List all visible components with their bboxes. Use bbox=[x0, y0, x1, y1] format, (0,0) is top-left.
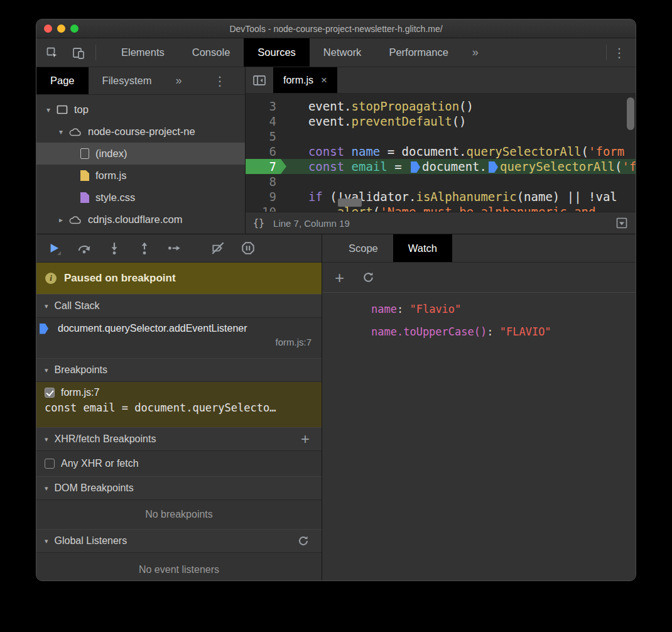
tab-scope[interactable]: Scope bbox=[333, 234, 393, 262]
navigator-more-tabs-button[interactable]: » bbox=[165, 67, 192, 94]
debugger-sidebar: i Paused on breakpoint ▾ Call Stack docu… bbox=[36, 234, 322, 580]
line-number-5[interactable]: 5 bbox=[246, 129, 286, 144]
tab-performance[interactable]: Performance bbox=[375, 38, 462, 67]
editor-pane: form.js × 3 event.stopPropagation()4 eve… bbox=[246, 67, 636, 234]
code-text[interactable]: alert('Name must be alphanumeric and bbox=[286, 204, 595, 212]
navigator-pane: Page Filesystem » ⋮ ▾ top ▾ bbox=[36, 67, 246, 234]
watch-expression[interactable]: name.toUpperCase(): "FLAVIO" bbox=[322, 320, 636, 343]
pretty-print-button[interactable]: {} bbox=[253, 217, 264, 229]
code-line: 10 alert('Name must be alphanumeric and bbox=[246, 204, 636, 212]
watch-pane: Scope Watch + name: "Flavio" name.toUppe… bbox=[322, 234, 636, 580]
source-options-button[interactable] bbox=[615, 217, 628, 229]
tree-item-domain[interactable]: ▾ node-course-project-ne bbox=[36, 121, 245, 143]
tree-item-cdnjs[interactable]: ▸ cdnjs.cloudflare.com bbox=[36, 209, 245, 231]
line-number-7[interactable]: 7 bbox=[246, 159, 286, 174]
tab-page[interactable]: Page bbox=[36, 67, 89, 94]
inline-breakpoint-marker[interactable] bbox=[411, 161, 420, 173]
refresh-listeners-button[interactable] bbox=[297, 535, 310, 547]
toggle-navigator-button[interactable] bbox=[246, 67, 273, 93]
close-window-button[interactable] bbox=[44, 25, 52, 33]
step-button[interactable] bbox=[166, 239, 183, 257]
step-out-icon bbox=[137, 241, 152, 256]
tab-filesystem[interactable]: Filesystem bbox=[89, 67, 166, 94]
toolbar-separator bbox=[95, 45, 96, 60]
line-number-4[interactable]: 4 bbox=[246, 114, 286, 129]
more-panels-button[interactable]: » bbox=[462, 38, 489, 67]
tab-console[interactable]: Console bbox=[178, 38, 244, 67]
pause-on-exceptions-button[interactable] bbox=[239, 239, 257, 257]
deactivate-breakpoints-icon bbox=[210, 241, 225, 256]
watch-expression[interactable]: name: "Flavio" bbox=[322, 298, 636, 320]
stylesheet-file-icon bbox=[80, 192, 89, 203]
pause-on-exceptions-icon bbox=[241, 241, 256, 256]
minimize-window-button[interactable] bbox=[57, 25, 65, 33]
tab-watch[interactable]: Watch bbox=[393, 234, 452, 262]
refresh-watch-button[interactable] bbox=[362, 271, 375, 284]
device-icon bbox=[72, 46, 85, 60]
code-text[interactable] bbox=[286, 129, 294, 144]
navigator-menu-button[interactable]: ⋮ bbox=[209, 67, 231, 94]
tree-item-label: style.css bbox=[95, 192, 135, 204]
code-text[interactable] bbox=[286, 174, 294, 189]
code-text[interactable]: const name = document.querySelectorAll('… bbox=[286, 144, 624, 159]
watch-tabs: Scope Watch bbox=[322, 234, 636, 263]
step-out-button[interactable] bbox=[136, 239, 153, 257]
code-text[interactable]: if (!validator.isAlphanumeric(name) || !… bbox=[286, 189, 617, 204]
code-text[interactable]: event.preventDefault() bbox=[286, 114, 467, 129]
global-listeners-header[interactable]: ▾ Global Listeners bbox=[36, 529, 322, 553]
xhr-breakpoints-header[interactable]: ▾ XHR/fetch Breakpoints + bbox=[36, 427, 322, 451]
dom-breakpoints-empty: No breakpoints bbox=[36, 500, 322, 529]
dom-breakpoints-header[interactable]: ▾ DOM Breakpoints bbox=[36, 476, 322, 500]
tab-sources[interactable]: Sources bbox=[244, 38, 310, 67]
section-title: Breakpoints bbox=[55, 364, 108, 376]
expand-icon[interactable]: ▸ bbox=[57, 215, 65, 224]
line-number-6[interactable]: 6 bbox=[246, 144, 286, 159]
call-stack-frame[interactable]: document.querySelector.addEventListener … bbox=[36, 318, 322, 358]
code-text[interactable]: const email = document.querySelectorAll(… bbox=[286, 159, 636, 174]
tree-item-label: (index) bbox=[95, 148, 127, 160]
cursor-position: Line 7, Column 19 bbox=[273, 218, 350, 229]
any-xhr-checkbox[interactable] bbox=[45, 459, 55, 469]
close-tab-icon[interactable]: × bbox=[321, 74, 327, 87]
add-xhr-breakpoint-button[interactable]: + bbox=[301, 432, 310, 447]
horizontal-scrollbar[interactable] bbox=[338, 199, 362, 207]
cloud-icon bbox=[69, 215, 82, 224]
code-line: 8 bbox=[246, 174, 636, 189]
tree-item-top[interactable]: ▾ top bbox=[36, 99, 245, 121]
inline-breakpoint-marker[interactable] bbox=[489, 161, 498, 173]
file-tree: ▾ top ▾ node-course-project-ne (index) bbox=[36, 95, 245, 234]
code-area[interactable]: 3 event.stopPropagation()4 event.prevent… bbox=[246, 94, 636, 212]
breakpoint-checkbox[interactable] bbox=[45, 388, 55, 398]
watch-expression-value: "Flavio" bbox=[409, 303, 461, 315]
code-line: 3 event.stopPropagation() bbox=[246, 99, 636, 114]
add-watch-expression-button[interactable]: + bbox=[335, 270, 344, 286]
devtools-menu-button[interactable]: ⋮ bbox=[608, 38, 631, 67]
line-number-3[interactable]: 3 bbox=[246, 99, 286, 114]
device-toolbar-button[interactable] bbox=[68, 43, 89, 63]
inspect-element-button[interactable] bbox=[41, 43, 63, 63]
vertical-scrollbar[interactable] bbox=[627, 97, 634, 130]
deactivate-breakpoints-button[interactable] bbox=[209, 239, 227, 257]
step-over-button[interactable] bbox=[75, 239, 93, 257]
any-xhr-row[interactable]: Any XHR or fetch bbox=[36, 451, 322, 476]
collapse-icon[interactable]: ▾ bbox=[57, 128, 65, 136]
dock-triangle-icon bbox=[615, 217, 628, 229]
line-number-10[interactable]: 10 bbox=[246, 204, 286, 212]
tree-item-formjs[interactable]: form.js bbox=[36, 165, 245, 187]
step-into-button[interactable] bbox=[106, 239, 123, 257]
code-text[interactable]: event.stopPropagation() bbox=[286, 99, 474, 114]
call-stack-header[interactable]: ▾ Call Stack bbox=[36, 294, 322, 318]
breakpoints-header[interactable]: ▾ Breakpoints bbox=[36, 358, 322, 382]
editor-tab-formjs[interactable]: form.js × bbox=[273, 67, 337, 93]
breakpoint-entry[interactable]: form.js:7 const email = document.querySe… bbox=[36, 382, 322, 427]
line-number-8[interactable]: 8 bbox=[246, 174, 286, 189]
tree-item-stylecss[interactable]: style.css bbox=[36, 187, 245, 209]
paused-message: Paused on breakpoint bbox=[64, 272, 176, 285]
tab-network[interactable]: Network bbox=[310, 38, 376, 67]
resume-button[interactable] bbox=[45, 239, 63, 257]
zoom-window-button[interactable] bbox=[70, 25, 79, 33]
tree-item-index[interactable]: (index) bbox=[36, 143, 245, 165]
tab-elements[interactable]: Elements bbox=[107, 38, 178, 67]
line-number-9[interactable]: 9 bbox=[246, 189, 286, 204]
collapse-icon[interactable]: ▾ bbox=[44, 106, 53, 114]
